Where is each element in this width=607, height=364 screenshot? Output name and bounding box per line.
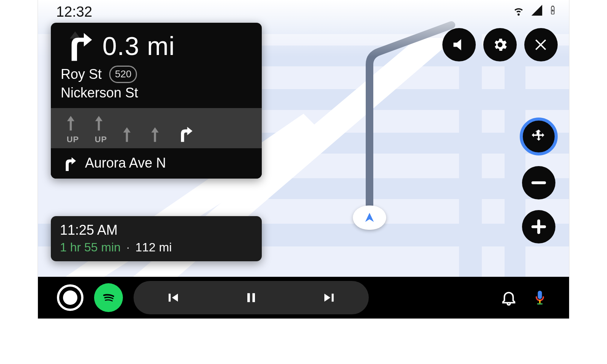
status-icons <box>512 4 557 17</box>
lane-arrow <box>177 125 193 144</box>
maneuver-distance: 0.3 mi <box>102 31 175 61</box>
plus-icon <box>530 218 547 235</box>
eta-duration: 1 hr 55 min <box>60 240 121 254</box>
street-names: Roy St 520 Nickerson St <box>51 65 262 108</box>
turn-right-icon <box>61 30 93 62</box>
eta-distance: 112 mi <box>135 240 172 254</box>
lane-arrow <box>121 125 137 144</box>
pause-icon <box>244 290 259 305</box>
pan-button[interactable] <box>520 118 558 155</box>
route-badge: 520 <box>109 66 137 83</box>
cellular-icon <box>530 4 543 17</box>
current-location-marker <box>353 206 386 230</box>
wifi-icon <box>512 4 525 17</box>
street-primary: Roy St <box>61 66 102 82</box>
bottom-bar <box>38 277 569 318</box>
bell-icon <box>500 289 517 306</box>
battery-charging-icon <box>549 4 557 17</box>
microphone-icon <box>532 289 548 306</box>
launcher-button[interactable] <box>57 284 83 311</box>
close-icon <box>533 36 549 53</box>
turn-right-small-icon <box>60 154 77 172</box>
previous-track-button[interactable] <box>154 286 192 309</box>
notifications-button[interactable] <box>498 287 519 308</box>
mute-button[interactable] <box>442 28 476 61</box>
spotify-button[interactable] <box>94 283 123 312</box>
street-secondary: Nickerson St <box>61 84 252 102</box>
media-controls <box>134 281 369 314</box>
zoom-out-button[interactable] <box>522 166 555 199</box>
lane-arrow: UP <box>93 113 109 144</box>
zoom-in-button[interactable] <box>522 210 555 243</box>
maneuver-row: 0.3 mi <box>51 23 262 65</box>
pause-button[interactable] <box>232 286 270 309</box>
eta-arrival-time: 11:25 AM <box>60 222 253 238</box>
next-step-label: Aurora Ave N <box>85 155 166 171</box>
navigation-card: 0.3 mi Roy St 520 Nickerson St UPUP Auro… <box>51 23 262 179</box>
lane-guidance: UPUP <box>51 108 262 148</box>
settings-button[interactable] <box>483 28 517 61</box>
move-icon <box>530 128 547 145</box>
next-step: Aurora Ave N <box>51 148 262 179</box>
lane-arrow <box>149 125 165 144</box>
lane-arrow: UP <box>64 113 81 144</box>
skip-previous-icon <box>165 290 181 306</box>
lane-label: UP <box>95 135 107 144</box>
eta-card[interactable]: 11:25 AM 1 hr 55 min · 112 mi <box>51 216 262 261</box>
status-time: 12:32 <box>56 4 92 20</box>
gear-icon <box>492 36 508 53</box>
spotify-icon <box>99 289 118 307</box>
close-button[interactable] <box>524 28 558 61</box>
next-track-button[interactable] <box>311 286 349 309</box>
minus-icon <box>530 174 547 191</box>
lane-label: UP <box>67 135 79 144</box>
skip-next-icon <box>322 290 338 306</box>
eta-separator: · <box>126 240 130 254</box>
volume-icon <box>451 36 467 53</box>
voice-assistant-button[interactable] <box>530 287 550 308</box>
